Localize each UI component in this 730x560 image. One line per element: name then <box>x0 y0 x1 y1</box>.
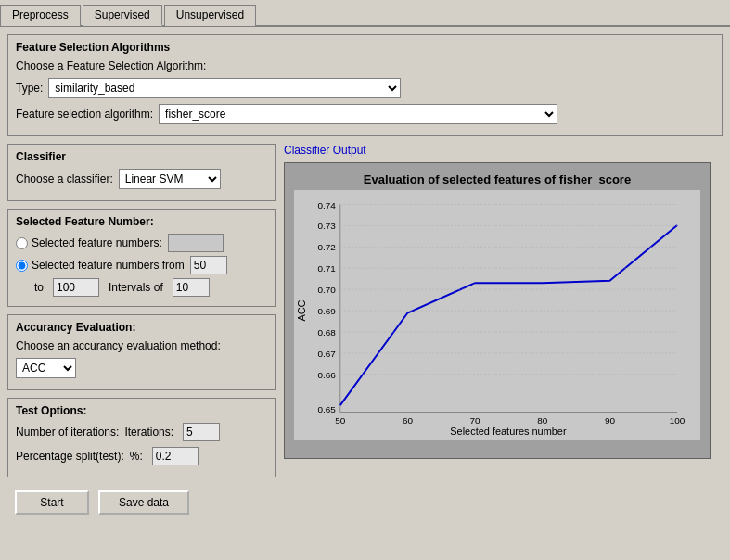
radio1-label: Selected feature numbers: <box>32 236 162 249</box>
left-panel: Classifier Choose a classifier: Linear S… <box>7 144 276 520</box>
selected-feature-section: Selected Feature Number: Selected featur… <box>7 209 276 307</box>
feature-selection-title: Feature Selection Algorithms <box>16 41 714 54</box>
accuracy-select-row: ACC F1 AUC Precision Recall <box>16 358 268 378</box>
to-input[interactable] <box>53 278 99 297</box>
iterations-row: Number of iterations: Iterations: <box>16 423 268 441</box>
test-options-title: Test Options: <box>16 404 268 417</box>
radio2-label: Selected feature numbers from <box>32 259 185 272</box>
split-input[interactable] <box>152 447 199 465</box>
svg-text:0.68: 0.68 <box>317 327 336 337</box>
svg-text:0.74: 0.74 <box>317 200 336 210</box>
svg-text:80: 80 <box>537 415 548 426</box>
svg-text:50: 50 <box>335 415 346 426</box>
save-button[interactable]: Save data <box>98 490 189 515</box>
svg-text:0.71: 0.71 <box>317 263 336 274</box>
accuracy-section: Accurancy Evaluation: Choose an accuranc… <box>7 314 276 390</box>
iterations-input[interactable] <box>183 423 220 441</box>
two-column-layout: Classifier Choose a classifier: Linear S… <box>7 144 723 520</box>
start-button[interactable]: Start <box>15 490 89 515</box>
tab-preprocess[interactable]: Preprocess <box>0 5 81 26</box>
main-content: Feature Selection Algorithms Choose a Fe… <box>0 27 730 528</box>
svg-text:0.65: 0.65 <box>317 404 336 414</box>
svg-text:0.72: 0.72 <box>317 242 336 252</box>
button-row: Start Save data <box>7 485 276 520</box>
svg-text:0.66: 0.66 <box>317 370 336 380</box>
tab-bar: Preprocess Supervised Unsupervised <box>0 0 730 27</box>
svg-text:Selected features number: Selected features number <box>450 426 567 437</box>
type-label: Type: <box>16 82 43 95</box>
accuracy-select[interactable]: ACC F1 AUC Precision Recall <box>16 358 76 378</box>
algorithm-select[interactable]: fisher_score chi2 mutual_information rel… <box>159 104 557 124</box>
accuracy-choose-row: Choose an accurancy evaluation method: <box>16 339 268 352</box>
chart-container: Evaluation of selected features of fishe… <box>284 162 711 459</box>
classifier-title: Classifier <box>16 150 268 163</box>
selected-feature-title: Selected Feature Number: <box>16 215 268 228</box>
svg-text:60: 60 <box>403 415 414 426</box>
interval-label: Intervals of <box>109 281 163 294</box>
type-select[interactable]: similarity_based filter wrapper embedded <box>48 78 401 98</box>
chart-title: Evaluation of selected features of fishe… <box>294 172 700 186</box>
algorithm-row: Feature selection algorithm: fisher_scor… <box>16 104 714 124</box>
from-input[interactable] <box>190 256 227 274</box>
to-label: to <box>34 281 44 294</box>
svg-text:100: 100 <box>670 415 685 426</box>
tab-supervised[interactable]: Supervised <box>83 5 162 26</box>
svg-text:0.73: 0.73 <box>317 221 336 231</box>
chart-svg: 0.74 0.73 0.72 0.71 0.70 0.69 0.68 0.67 … <box>294 190 700 440</box>
split-label: Percentage split(test): <box>16 450 124 463</box>
accuracy-title: Accurancy Evaluation: <box>16 321 268 334</box>
svg-rect-0 <box>294 196 700 436</box>
type-row: Type: similarity_based filter wrapper em… <box>16 78 714 98</box>
choose-algorithm-label: Choose a Feature Selection Algorithm: <box>16 59 206 72</box>
iterations-label: Number of iterations: <box>16 426 119 439</box>
feature-selection-section: Feature Selection Algorithms Choose a Fe… <box>7 34 723 136</box>
chart-area: 0.74 0.73 0.72 0.71 0.70 0.69 0.68 0.67 … <box>294 190 700 440</box>
interval-input[interactable] <box>173 278 210 297</box>
iterations-sublabel: Iterations: <box>124 426 173 439</box>
classifier-select[interactable]: Linear SVM SVM Random Forest KNN Naive B… <box>119 169 221 189</box>
svg-text:70: 70 <box>470 415 481 426</box>
output-title: Classifier Output <box>284 144 723 157</box>
svg-text:ACC: ACC <box>296 299 307 321</box>
classifier-section: Classifier Choose a classifier: Linear S… <box>7 144 276 201</box>
split-row: Percentage split(test): %: <box>16 447 268 465</box>
tab-unsupervised[interactable]: Unsupervised <box>164 5 256 26</box>
choose-algorithm-row: Choose a Feature Selection Algorithm: <box>16 59 714 72</box>
test-options-section: Test Options: Number of iterations: Iter… <box>7 398 276 477</box>
radio2[interactable] <box>16 260 28 272</box>
radio1-row: Selected feature numbers: <box>16 234 268 252</box>
svg-text:90: 90 <box>605 415 616 426</box>
svg-text:0.70: 0.70 <box>317 285 336 295</box>
classifier-label: Choose a classifier: <box>16 172 113 185</box>
right-panel: Classifier Output Evaluation of selected… <box>284 144 723 520</box>
split-sublabel: %: <box>130 450 143 463</box>
algorithm-label: Feature selection algorithm: <box>16 108 153 121</box>
to-row: to Intervals of <box>34 278 268 297</box>
radio1[interactable] <box>16 237 28 249</box>
svg-text:0.67: 0.67 <box>317 349 336 359</box>
radio2-row: Selected feature numbers from <box>16 256 268 274</box>
svg-text:0.69: 0.69 <box>317 306 336 316</box>
radio1-input[interactable] <box>168 234 224 252</box>
accuracy-choose-label: Choose an accurancy evaluation method: <box>16 339 221 352</box>
classifier-row: Choose a classifier: Linear SVM SVM Rand… <box>16 169 268 189</box>
